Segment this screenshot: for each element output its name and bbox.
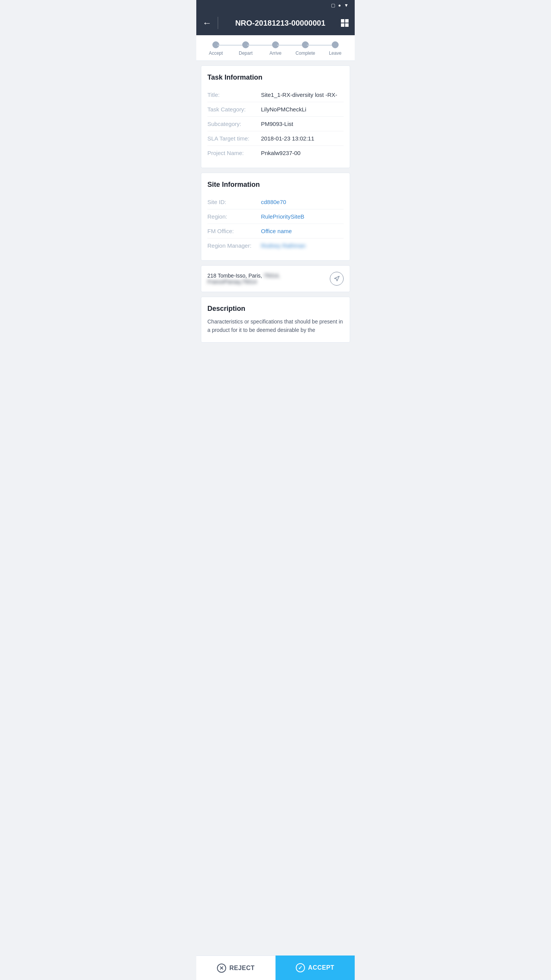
site-information-title: Site Information: [207, 181, 344, 189]
site-region-row: Region: RulePrioritySiteB: [207, 209, 344, 224]
site-id-value: cd880e70: [261, 199, 344, 205]
task-subcategory-value: PM9093-List: [261, 121, 344, 127]
description-text: Characteristics or specifications that s…: [207, 317, 344, 335]
address-visible: 218 Tombe-Isso, Paris,: [207, 273, 264, 279]
battery-icon: ▢: [331, 3, 335, 8]
accept-button[interactable]: ✓ ACCEPT: [276, 956, 355, 980]
task-subcategory-label: Subcategory:: [207, 121, 261, 127]
task-project-value: Pnkalw9237-00: [261, 150, 344, 156]
site-fm-office-row: FM Office: Office name: [207, 224, 344, 238]
step-depart[interactable]: Depart: [231, 41, 261, 56]
status-bar: ▢ ● ▼: [196, 0, 355, 11]
task-sla-row: SLA Target time: 2018-01-23 13:02:11: [207, 131, 344, 146]
site-id-row: Site ID: cd880e70: [207, 195, 344, 209]
step-complete[interactable]: Complete: [290, 41, 320, 56]
task-information-title: Task Information: [207, 74, 344, 82]
task-category-value: LilyNoPMCheckLi: [261, 106, 344, 113]
task-title-value: Site1_1-RX-diversity lost -RX-: [261, 91, 344, 98]
action-bar: ✕ REJECT ✓ ACCEPT: [196, 956, 355, 980]
wifi-icon: ▼: [344, 3, 349, 8]
task-sla-value: 2018-01-23 13:02:11: [261, 135, 344, 142]
navigation-button[interactable]: [330, 272, 344, 286]
address-card: 218 Tombe-Isso, Paris, 75014, FrancePars…: [201, 265, 350, 292]
step-accept[interactable]: Accept: [201, 41, 231, 56]
site-region-manager-label: Region Manager:: [207, 242, 261, 249]
step-dot-leave: [332, 41, 339, 48]
page-title: NRO-20181213-00000001: [224, 19, 336, 28]
site-region-manager-row: Region Manager: Rodney Rathman: [207, 238, 344, 253]
address-text: 218 Tombe-Isso, Paris, 75014, FrancePars…: [207, 273, 327, 285]
task-sla-label: SLA Target time:: [207, 135, 261, 142]
step-label-accept: Accept: [209, 51, 223, 56]
task-title-row: Title: Site1_1-RX-diversity lost -RX-: [207, 88, 344, 102]
site-id-label: Site ID:: [207, 199, 261, 205]
site-fm-office-label: FM Office:: [207, 228, 261, 234]
step-arrive[interactable]: Arrive: [261, 41, 290, 56]
step-label-complete: Complete: [295, 51, 315, 56]
site-region-label: Region:: [207, 213, 261, 220]
reject-button[interactable]: ✕ REJECT: [196, 956, 276, 980]
site-region-value: RulePrioritySiteB: [261, 213, 344, 220]
description-title: Description: [207, 305, 344, 313]
task-title-label: Title:: [207, 91, 261, 98]
back-button[interactable]: ←: [202, 18, 212, 28]
task-information-card: Task Information Title: Site1_1-RX-diver…: [201, 65, 350, 168]
navigation-icon: [334, 276, 340, 282]
header-divider: [218, 17, 218, 29]
site-information-card: Site Information Site ID: cd880e70 Regio…: [201, 173, 350, 261]
signal-icon: ●: [338, 3, 341, 8]
progress-steps: Accept Depart Arrive Complete Leave: [196, 35, 355, 61]
site-region-manager-value: Rodney Rathman: [261, 242, 344, 249]
step-label-depart: Depart: [239, 51, 253, 56]
reject-icon: ✕: [217, 964, 226, 973]
step-label-arrive: Arrive: [269, 51, 281, 56]
site-fm-office-value: Office name: [261, 228, 344, 234]
task-subcategory-row: Subcategory: PM9093-List: [207, 117, 344, 131]
task-category-row: Task Category: LilyNoPMCheckLi: [207, 102, 344, 117]
accept-label: ACCEPT: [308, 964, 334, 971]
header: ← NRO-20181213-00000001: [196, 11, 355, 35]
grid-icon: [341, 19, 349, 27]
accept-icon: ✓: [296, 963, 305, 972]
reject-label: REJECT: [229, 965, 254, 972]
svg-marker-0: [334, 276, 339, 281]
step-leave[interactable]: Leave: [320, 41, 350, 56]
grid-view-button[interactable]: [341, 19, 349, 27]
description-card: Description Characteristics or specifica…: [201, 297, 350, 343]
main-content: Task Information Title: Site1_1-RX-diver…: [196, 61, 355, 373]
step-label-leave: Leave: [329, 51, 342, 56]
task-project-label: Project Name:: [207, 150, 261, 156]
task-category-label: Task Category:: [207, 106, 261, 113]
task-project-row: Project Name: Pnkalw9237-00: [207, 146, 344, 160]
